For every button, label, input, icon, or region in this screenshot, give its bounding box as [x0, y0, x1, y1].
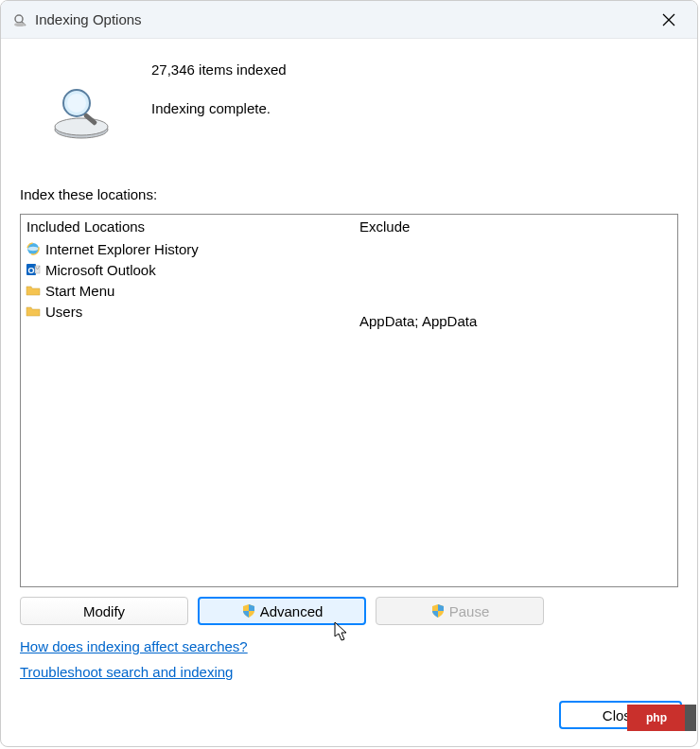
- modify-label: Modify: [83, 603, 125, 619]
- pause-button: Pause: [376, 597, 544, 625]
- locations-table: Included Locations Internet Explorer His…: [20, 214, 678, 587]
- exclude-value: [354, 286, 677, 309]
- row-name: Internet Explorer History: [45, 241, 199, 257]
- exclude-value: [354, 262, 677, 286]
- exclude-value: AppData; AppData: [354, 309, 677, 333]
- watermark: php: [627, 705, 686, 731]
- window-title: Indexing Options: [35, 11, 652, 27]
- content-area: 27,346 items indexed Indexing complete. …: [1, 39, 697, 708]
- modify-button[interactable]: Modify: [20, 597, 188, 625]
- shield-icon: [430, 603, 446, 618]
- svg-point-0: [15, 15, 23, 23]
- table-row[interactable]: Internet Explorer History: [21, 238, 354, 259]
- table-row[interactable]: Users: [21, 301, 354, 322]
- ie-icon: [25, 240, 42, 257]
- row-name: Start Menu: [45, 283, 114, 299]
- watermark: [685, 705, 696, 731]
- outlook-icon: O: [25, 261, 42, 278]
- shield-icon: [241, 603, 256, 618]
- advanced-label: Advanced: [260, 603, 324, 619]
- svg-point-6: [55, 118, 108, 135]
- pause-label: Pause: [449, 603, 490, 619]
- exclude-column: Exclude AppData; AppData: [354, 215, 677, 586]
- svg-text:O: O: [27, 266, 34, 275]
- close-button[interactable]: [652, 3, 686, 37]
- indexing-icon: [12, 12, 27, 27]
- close-icon: [662, 13, 675, 26]
- table-row[interactable]: O Microsoft Outlook: [21, 259, 354, 280]
- magnifier-drive-icon: [46, 84, 117, 141]
- items-indexed-count: 27,346 items indexed: [151, 60, 287, 81]
- folder-icon: [25, 282, 42, 299]
- exclude-header: Exclude: [354, 215, 677, 238]
- included-column: Included Locations Internet Explorer His…: [21, 215, 354, 586]
- indexing-state: Indexing complete.: [151, 98, 287, 120]
- troubleshoot-link[interactable]: Troubleshoot search and indexing: [20, 664, 233, 680]
- indexing-options-window: Indexing Options 27,346 items indexed: [0, 0, 698, 747]
- svg-point-2: [14, 23, 26, 26]
- folder-icon: [25, 303, 42, 320]
- titlebar: Indexing Options: [1, 1, 697, 39]
- advanced-button[interactable]: Advanced: [198, 597, 366, 625]
- locations-label: Index these locations:: [20, 186, 678, 202]
- included-header: Included Locations: [21, 215, 354, 238]
- exclude-value: [354, 238, 677, 262]
- svg-point-8: [67, 94, 86, 113]
- help-links: How does indexing affect searches? Troub…: [20, 638, 678, 680]
- help-link[interactable]: How does indexing affect searches?: [20, 638, 248, 654]
- row-name: Users: [45, 304, 82, 320]
- status-area: 27,346 items indexed Indexing complete.: [20, 58, 678, 141]
- table-row[interactable]: Start Menu: [21, 280, 354, 301]
- buttons-row: Modify Advanced Pause: [20, 597, 678, 625]
- row-name: Microsoft Outlook: [45, 262, 156, 278]
